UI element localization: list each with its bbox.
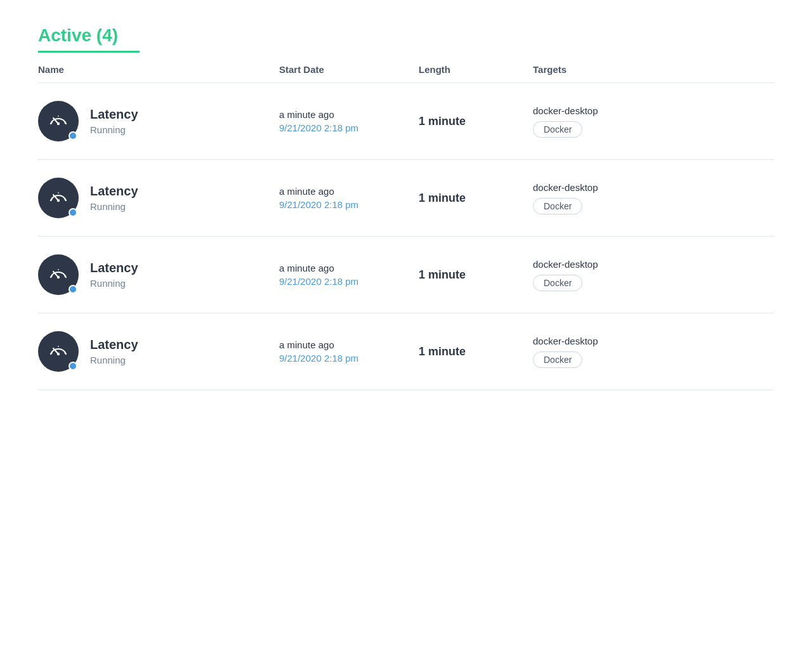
name-cell: Latency Running: [38, 178, 279, 218]
table-header: Name Start Date Length Targets: [38, 53, 774, 83]
avatar: [38, 178, 79, 218]
svg-point-0: [48, 110, 69, 132]
start-date-cell: a minute ago 9/21/2020 2:18 pm: [279, 263, 419, 287]
relative-time: a minute ago: [279, 263, 419, 273]
length-cell: 1 minute: [419, 268, 533, 282]
item-status: Running: [90, 124, 138, 135]
start-date-cell: a minute ago 9/21/2020 2:18 pm: [279, 186, 419, 210]
header-targets: Targets: [533, 64, 774, 75]
table-row[interactable]: Latency Running a minute ago 9/21/2020 2…: [38, 237, 774, 313]
name-text: Latency Running: [90, 107, 138, 135]
table-body: Latency Running a minute ago 9/21/2020 2…: [38, 83, 774, 390]
item-status: Running: [90, 355, 138, 365]
svg-point-12: [48, 264, 69, 285]
target-badge[interactable]: Docker: [533, 121, 582, 138]
targets-cell: docker-desktop Docker: [533, 336, 774, 368]
target-badge[interactable]: Docker: [533, 275, 582, 291]
item-name: Latency: [90, 107, 138, 122]
header-start-date: Start Date: [279, 64, 419, 75]
table-row[interactable]: Latency Running a minute ago 9/21/2020 2…: [38, 313, 774, 390]
item-name: Latency: [90, 184, 138, 199]
length-cell: 1 minute: [419, 115, 533, 128]
svg-point-18: [48, 341, 69, 362]
name-cell: Latency Running: [38, 101, 279, 141]
item-status: Running: [90, 278, 138, 289]
start-date-cell: a minute ago 9/21/2020 2:18 pm: [279, 339, 419, 364]
section-title: Active (4): [38, 25, 774, 46]
status-dot: [69, 208, 77, 217]
svg-point-20: [57, 353, 60, 355]
latency-icon: [47, 340, 70, 363]
svg-point-8: [57, 199, 60, 202]
length-cell: 1 minute: [419, 345, 533, 358]
absolute-time: 9/21/2020 2:18 pm: [279, 276, 419, 287]
target-badge[interactable]: Docker: [533, 198, 582, 214]
targets-cell: docker-desktop Docker: [533, 105, 774, 138]
length-cell: 1 minute: [419, 192, 533, 205]
relative-time: a minute ago: [279, 339, 419, 350]
target-name: docker-desktop: [533, 182, 774, 193]
absolute-time: 9/21/2020 2:18 pm: [279, 353, 419, 364]
absolute-time: 9/21/2020 2:18 pm: [279, 199, 419, 210]
main-container: Active (4) Name Start Date Length Target…: [0, 0, 812, 416]
status-dot: [69, 285, 77, 294]
name-cell: Latency Running: [38, 331, 279, 372]
name-cell: Latency Running: [38, 254, 279, 295]
absolute-time: 9/21/2020 2:18 pm: [279, 122, 419, 133]
latency-icon: [47, 263, 70, 286]
status-dot: [69, 362, 77, 371]
relative-time: a minute ago: [279, 186, 419, 197]
latency-icon: [47, 187, 70, 209]
name-text: Latency Running: [90, 261, 138, 289]
header-length: Length: [419, 64, 533, 75]
latency-icon: [47, 110, 70, 133]
item-name: Latency: [90, 338, 138, 352]
avatar: [38, 331, 79, 372]
target-badge[interactable]: Docker: [533, 351, 582, 368]
name-text: Latency Running: [90, 184, 138, 212]
svg-point-6: [48, 187, 69, 209]
target-name: docker-desktop: [533, 259, 774, 270]
name-text: Latency Running: [90, 338, 138, 365]
targets-cell: docker-desktop Docker: [533, 259, 774, 291]
svg-point-14: [57, 276, 60, 279]
target-name: docker-desktop: [533, 336, 774, 346]
header-name: Name: [38, 64, 279, 75]
table-row[interactable]: Latency Running a minute ago 9/21/2020 2…: [38, 83, 774, 160]
table-row[interactable]: Latency Running a minute ago 9/21/2020 2…: [38, 160, 774, 237]
target-name: docker-desktop: [533, 105, 774, 116]
avatar: [38, 101, 79, 141]
start-date-cell: a minute ago 9/21/2020 2:18 pm: [279, 109, 419, 133]
svg-point-2: [57, 122, 60, 125]
targets-cell: docker-desktop Docker: [533, 182, 774, 214]
relative-time: a minute ago: [279, 109, 419, 120]
status-dot: [69, 131, 77, 140]
avatar: [38, 254, 79, 295]
item-name: Latency: [90, 261, 138, 275]
item-status: Running: [90, 201, 138, 212]
